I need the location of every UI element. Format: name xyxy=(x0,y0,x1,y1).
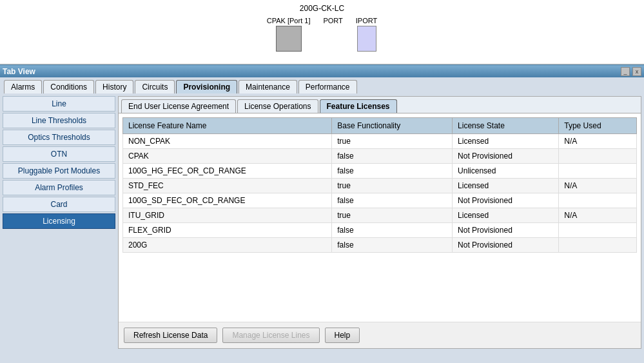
tab-view-header: Tab View _ x xyxy=(0,66,644,77)
cell-license-state: Not Provisioned xyxy=(453,238,559,253)
table-row: 200G false Not Provisioned xyxy=(123,238,637,253)
iport-group: IPORT xyxy=(356,17,377,52)
device-ports: CPAK [Port 1] PORT IPORT xyxy=(267,17,377,52)
cell-base-functionality: true xyxy=(332,179,453,193)
cell-type-used: N/A xyxy=(559,134,637,149)
tab-maintenance[interactable]: Maintenance xyxy=(239,80,297,93)
sidebar-item-card[interactable]: Card xyxy=(3,197,115,212)
cell-feature-name: 200G xyxy=(123,238,332,253)
minimize-button[interactable]: _ xyxy=(621,67,630,76)
cell-feature-name: 100G_SD_FEC_OR_CD_RANGE xyxy=(123,193,332,208)
cpak-port-group: CPAK [Port 1] xyxy=(267,17,311,52)
cell-base-functionality: false xyxy=(332,223,453,238)
table-row: 100G_HG_FEC_OR_CD_RANGE false Unlicensed xyxy=(123,164,637,179)
table-row: 100G_SD_FEC_OR_CD_RANGE false Not Provis… xyxy=(123,193,637,208)
sub-tabs: End User License Agreement License Opera… xyxy=(119,97,641,113)
cell-type-used xyxy=(559,223,637,238)
main-content: Line Line Thresholds Optics Thresholds O… xyxy=(0,93,644,351)
sidebar-item-alarm-profiles[interactable]: Alarm Profiles xyxy=(3,180,115,195)
right-panel: End User License Agreement License Opera… xyxy=(118,96,641,349)
license-table: License Feature Name Base Functionality … xyxy=(122,117,637,253)
cpak-port-label: CPAK [Port 1] xyxy=(267,17,311,25)
cell-base-functionality: false xyxy=(332,164,453,179)
tab-view-title: Tab View xyxy=(3,67,35,76)
cell-license-state: Not Provisioned xyxy=(453,223,559,238)
cell-base-functionality: false xyxy=(332,149,453,164)
tab-alarms[interactable]: Alarms xyxy=(4,80,42,93)
sidebar: Line Line Thresholds Optics Thresholds O… xyxy=(3,96,115,349)
tab-provisioning[interactable]: Provisioning xyxy=(176,80,237,93)
sidebar-item-otn[interactable]: OTN xyxy=(3,146,115,162)
sidebar-item-line[interactable]: Line xyxy=(3,96,115,112)
sidebar-item-optics-thresholds[interactable]: Optics Thresholds xyxy=(3,130,115,145)
sidebar-item-line-thresholds[interactable]: Line Thresholds xyxy=(3,113,115,128)
sub-tab-license-operations[interactable]: License Operations xyxy=(237,99,318,113)
help-button[interactable]: Help xyxy=(325,328,360,343)
bottom-buttons: Refresh License Data Manage License Line… xyxy=(119,322,641,348)
cell-license-state: Licensed xyxy=(453,208,559,223)
col-header-license-state: License State xyxy=(453,118,559,134)
col-header-base-functionality: Base Functionality xyxy=(332,118,453,134)
cell-type-used xyxy=(559,238,637,253)
cell-type-used xyxy=(559,149,637,164)
col-header-type-used: Type Used xyxy=(559,118,637,134)
license-table-body: NON_CPAK true Licensed N/A CPAK false No… xyxy=(123,134,637,253)
sub-tab-feature-licenses[interactable]: Feature Licenses xyxy=(320,99,397,113)
tab-performance[interactable]: Performance xyxy=(298,80,357,93)
tab-history[interactable]: History xyxy=(95,80,133,93)
cell-base-functionality: false xyxy=(332,238,453,253)
sub-tab-eula[interactable]: End User License Agreement xyxy=(121,99,236,113)
table-row: FLEX_GRID false Not Provisioned xyxy=(123,223,637,238)
table-row: NON_CPAK true Licensed N/A xyxy=(123,134,637,149)
cell-base-functionality: false xyxy=(332,193,453,208)
cell-license-state: Licensed xyxy=(453,134,559,149)
cell-feature-name: NON_CPAK xyxy=(123,134,332,149)
cell-type-used: N/A xyxy=(559,179,637,193)
cell-license-state: Unlicensed xyxy=(453,164,559,179)
cpak-port-box xyxy=(276,26,302,52)
cell-feature-name: CPAK xyxy=(123,149,332,164)
iport-label: IPORT xyxy=(356,17,377,25)
tab-view: Tab View _ x Alarms Conditions History C… xyxy=(0,64,644,363)
port-label: PORT xyxy=(323,17,342,25)
tab-conditions[interactable]: Conditions xyxy=(43,80,94,93)
cell-type-used xyxy=(559,164,637,179)
cell-type-used xyxy=(559,193,637,208)
license-table-container: License Feature Name Base Functionality … xyxy=(119,113,641,322)
sidebar-item-pluggable-port-modules[interactable]: Pluggable Port Modules xyxy=(3,163,115,179)
cell-feature-name: ITU_GRID xyxy=(123,208,332,223)
cell-base-functionality: true xyxy=(332,134,453,149)
col-header-feature-name: License Feature Name xyxy=(123,118,332,134)
tab-circuits[interactable]: Circuits xyxy=(135,80,175,93)
cell-base-functionality: true xyxy=(332,208,453,223)
device-name: 200G-CK-LC xyxy=(300,4,344,13)
sidebar-item-licensing[interactable]: Licensing xyxy=(3,213,115,229)
cell-license-state: Not Provisioned xyxy=(453,149,559,164)
cell-feature-name: FLEX_GRID xyxy=(123,223,332,238)
diagram-area: 200G-CK-LC CPAK [Port 1] PORT IPORT xyxy=(0,0,644,64)
cell-license-state: Not Provisioned xyxy=(453,193,559,208)
cell-license-state: Licensed xyxy=(453,179,559,193)
tab-view-controls: _ x xyxy=(621,67,641,76)
port-group: PORT xyxy=(323,17,342,25)
cell-feature-name: STD_FEC xyxy=(123,179,332,193)
iport-box xyxy=(357,26,376,52)
table-row: STD_FEC true Licensed N/A xyxy=(123,179,637,193)
table-header-row: License Feature Name Base Functionality … xyxy=(123,118,637,134)
cell-feature-name: 100G_HG_FEC_OR_CD_RANGE xyxy=(123,164,332,179)
close-button[interactable]: x xyxy=(632,67,641,76)
manage-license-lines-button[interactable]: Manage License Lines xyxy=(222,328,319,343)
refresh-license-data-button[interactable]: Refresh License Data xyxy=(124,328,217,343)
main-tabs: Alarms Conditions History Circuits Provi… xyxy=(0,77,644,93)
table-row: ITU_GRID true Licensed N/A xyxy=(123,208,637,223)
cell-type-used: N/A xyxy=(559,208,637,223)
table-row: CPAK false Not Provisioned xyxy=(123,149,637,164)
